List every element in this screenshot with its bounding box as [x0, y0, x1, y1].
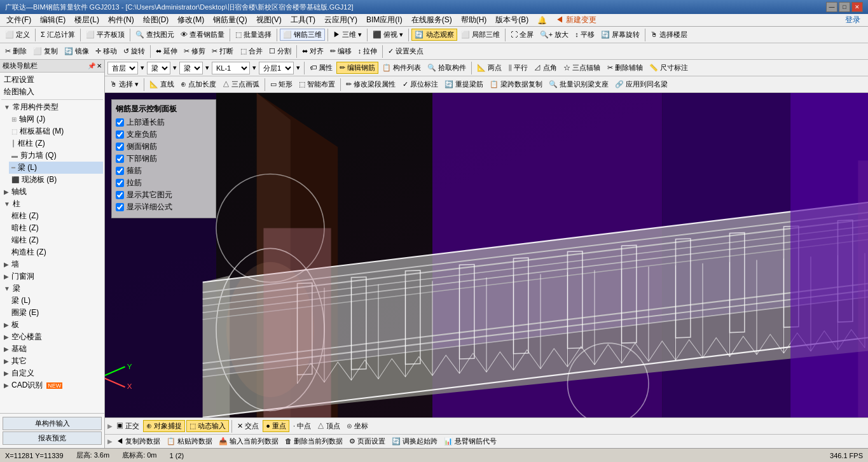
maximize-button[interactable]: □: [839, 2, 850, 12]
btn-break[interactable]: ✂ 打断: [209, 46, 236, 57]
sidebar-item-pad-foundation[interactable]: ⬚ 框板基础 (M): [9, 125, 103, 137]
sidebar-item-beam-group[interactable]: ▼ 梁: [1, 283, 103, 295]
steel-option-stirrup[interactable]: 箍筋: [116, 165, 212, 176]
sidebar-item-column[interactable]: ▼ 柱: [1, 198, 103, 210]
menu-tools[interactable]: 工具(T): [287, 14, 319, 26]
minimize-button[interactable]: —: [826, 2, 837, 12]
checkbox-support-neg[interactable]: [116, 130, 124, 139]
close-button[interactable]: ✕: [851, 2, 863, 12]
btn-page-setting[interactable]: ⚙ 页面设置: [347, 436, 388, 447]
menu-online[interactable]: 在线服务(S): [408, 14, 456, 26]
btn-component-list[interactable]: 📋 构件列表: [380, 62, 424, 73]
login-button[interactable]: 登录: [840, 14, 865, 26]
menu-bim[interactable]: BIM应用(I): [362, 14, 406, 26]
btn-snap-intersection[interactable]: ✕ 交点: [235, 421, 261, 431]
layer-select[interactable]: 分层1: [259, 62, 294, 74]
steel-option-bottom[interactable]: 下部钢筋: [116, 153, 212, 164]
sidebar-item-hidden-col[interactable]: 暗柱 (Z): [9, 222, 103, 234]
checkbox-show-formula[interactable]: [116, 203, 124, 211]
btn-dynamic-input[interactable]: ⬚ 动态输入: [186, 420, 229, 432]
btn-batch-identify[interactable]: 🔍 批量识别梁支座: [546, 79, 611, 90]
menu-version[interactable]: 版本号(B): [492, 14, 532, 26]
menu-component[interactable]: 构件(N): [104, 14, 138, 26]
btn-fullscreen[interactable]: ⛶ 全屏: [508, 29, 536, 40]
menu-floor[interactable]: 楼层(L): [71, 14, 103, 26]
checkbox-show-other[interactable]: [116, 191, 124, 199]
menu-help[interactable]: 帮助(H): [457, 14, 491, 26]
btn-mirror[interactable]: 🔄 镜像: [62, 46, 92, 57]
btn-pick-component[interactable]: 🔍 拾取构件: [425, 62, 469, 73]
beam-type-select[interactable]: 梁: [179, 62, 203, 74]
btn-re-extract-beam[interactable]: 🔄 重提梁筋: [442, 79, 486, 90]
btn-rotate[interactable]: ↺ 旋转: [121, 46, 148, 57]
btn-align[interactable]: ⬌ 对齐: [300, 46, 326, 57]
checkbox-side[interactable]: [116, 143, 124, 151]
steel-option-support-neg[interactable]: 支座负筋: [116, 129, 212, 140]
btn-delete-col-data[interactable]: 🗑 删除当前列数据: [282, 436, 345, 447]
sidebar-item-custom[interactable]: ▶ 自定义: [1, 367, 103, 379]
btn-screen-rotate[interactable]: 🔄 屏幕旋转: [598, 29, 642, 40]
single-component-btn[interactable]: 单构件输入: [3, 417, 102, 430]
btn-merge[interactable]: ⬚ 合并: [238, 46, 265, 57]
btn-modify-beam-seg[interactable]: ✏ 修改梁段属性: [343, 79, 398, 90]
checkbox-stirrup[interactable]: [116, 167, 124, 175]
sidebar-item-gridline[interactable]: ▶ 轴线: [1, 186, 103, 198]
sidebar-item-frame-col[interactable]: ┃ 框柱 (Z): [9, 137, 103, 150]
btn-split[interactable]: ☐ 分割: [266, 46, 294, 57]
btn-select-floor[interactable]: 🖱 选择楼层: [648, 29, 690, 40]
steel-option-side[interactable]: 侧面钢筋: [116, 141, 212, 152]
checkbox-bottom[interactable]: [116, 155, 124, 163]
btn-dimension[interactable]: 📏 尺寸标注: [647, 62, 691, 73]
btn-orthogonal[interactable]: ▣ 正交: [114, 421, 142, 431]
sidebar-item-common-types[interactable]: ▼ 常用构件类型: [1, 101, 103, 113]
btn-dynamic-view[interactable]: 🔄 动态观察: [411, 29, 457, 41]
sidebar-item-slab[interactable]: ▶ 板: [1, 319, 103, 331]
btn-copy[interactable]: ⬜ 复制: [31, 46, 60, 57]
btn-paste-span-data[interactable]: 📋 粘贴跨数据: [164, 436, 215, 447]
btn-rect[interactable]: ▭ 矩形: [268, 79, 295, 90]
btn-snap-midpoint[interactable]: · 中点: [291, 421, 313, 431]
btn-snap-vertex[interactable]: △ 顶点: [315, 421, 343, 431]
btn-input-col-data[interactable]: 📥 输入当前列数据: [216, 436, 281, 447]
btn-copy-span-data[interactable]: 📋 梁跨数据复制: [487, 79, 545, 90]
sidebar-item-foundation[interactable]: ▶ 基础: [1, 343, 103, 355]
sidebar-item-axis[interactable]: ⊞ 轴网 (J): [9, 113, 103, 125]
menu-modify[interactable]: 修改(M): [174, 14, 208, 26]
btn-delete[interactable]: ✂ 删除: [3, 46, 29, 57]
btn-apply-same-name[interactable]: 🔗 应用到同名梁: [612, 79, 670, 90]
sidebar-item-struct-col[interactable]: 构造柱 (Z): [9, 246, 103, 258]
sidebar-item-hollow-slab[interactable]: ▶ 空心楼盖: [1, 331, 103, 343]
btn-calculate[interactable]: Σ 汇总计算: [38, 29, 78, 40]
btn-cantilever-code[interactable]: 📊 悬臂钢筋代号: [441, 436, 499, 447]
sidebar-item-ring-beam[interactable]: 圈梁 (E): [9, 307, 103, 319]
steel-option-tie[interactable]: 拉筋: [116, 178, 212, 188]
btn-three-point-axis[interactable]: ☆ 三点辐轴: [561, 62, 603, 73]
btn-snap-endpoint[interactable]: ● 重点: [263, 420, 289, 432]
sidebar-item-cast-slab[interactable]: ⬛ 现浇板 (B): [9, 174, 103, 186]
sidebar-item-cad[interactable]: ▶ CAD识别 NEW: [1, 379, 103, 391]
btn-3d[interactable]: ▶ 三维 ▾: [331, 29, 364, 40]
btn-stretch[interactable]: ↕ 拉伸: [355, 46, 380, 57]
btn-object-snap[interactable]: ⊕ 对象捕捉: [143, 420, 185, 432]
btn-two-point[interactable]: 📐 两点: [474, 62, 504, 73]
btn-find[interactable]: 🔍 查找图元: [133, 29, 177, 40]
sidebar-item-shear-wall[interactable]: ▬ 剪力墙 (Q): [9, 150, 103, 162]
btn-trim[interactable]: ✂ 修剪: [181, 46, 208, 57]
report-preview-btn[interactable]: 报表预览: [3, 431, 102, 445]
btn-point-len[interactable]: ⊕ 点加长度: [178, 79, 219, 90]
btn-steel-3d[interactable]: ⬜ 钢筋三维: [280, 29, 325, 41]
menu-view[interactable]: 视图(V): [252, 14, 286, 26]
sidebar-item-wall[interactable]: ▶ 墙: [1, 258, 103, 270]
btn-pan[interactable]: ↕ 平移: [572, 29, 597, 40]
floor-select[interactable]: 首层: [107, 62, 138, 74]
btn-line[interactable]: 📐 直线: [147, 79, 177, 90]
component-type-select[interactable]: 梁: [147, 62, 170, 74]
checkbox-top-through[interactable]: [116, 118, 124, 127]
sidebar-close-btn[interactable]: ✕: [97, 62, 102, 69]
btn-edit-steel[interactable]: ✏ 编辑钢筋: [336, 62, 378, 74]
menu-draw[interactable]: 绘图(D): [139, 14, 173, 26]
sidebar-item-beam[interactable]: ━ 梁 (L): [9, 162, 103, 174]
steel-option-show-other[interactable]: 显示其它图元: [116, 190, 212, 200]
menu-cloud[interactable]: 云应用(Y): [320, 14, 361, 26]
sidebar-item-beam2[interactable]: 梁 (L): [9, 295, 103, 307]
